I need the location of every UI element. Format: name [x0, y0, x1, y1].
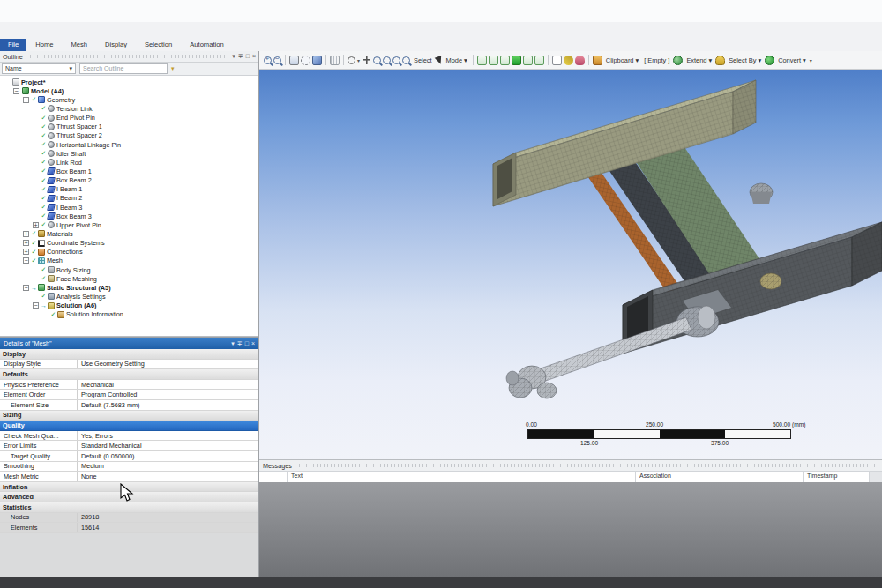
orbit-icon[interactable]: [348, 56, 355, 64]
details-value[interactable]: Default (7.5683 mm): [78, 401, 258, 409]
pan-icon[interactable]: [362, 56, 371, 65]
details-group-statistics[interactable]: Statistics: [0, 502, 258, 513]
details-group-sizing[interactable]: Sizing: [0, 411, 258, 421]
ribbon-tab-display[interactable]: Display: [96, 39, 136, 51]
tree-item-thrust-spacer-2[interactable]: ✓Thrust Spacer 2: [0, 131, 258, 140]
tree-expander-icon[interactable]: −: [33, 302, 39, 309]
tree-expander-icon[interactable]: +: [23, 249, 29, 255]
messages-col-association[interactable]: Association: [636, 472, 804, 482]
tree-item-solution-information[interactable]: ✓Solution Information: [0, 310, 258, 319]
filter-named-icon[interactable]: [534, 56, 544, 65]
details-value[interactable]: Use Geometry Setting: [78, 360, 258, 368]
doc-icon[interactable]: [552, 56, 562, 65]
details-value[interactable]: Medium: [78, 462, 258, 470]
search-options-caret-icon[interactable]: ▾: [171, 65, 175, 72]
tree-item-solution-a6-[interactable]: −→Solution (A6): [0, 301, 258, 310]
tree-item-tension-link[interactable]: ✓Tension Link: [0, 104, 258, 113]
toolbar-overflow-caret-icon[interactable]: ▾: [810, 57, 812, 63]
details-close-icon[interactable]: ×: [251, 339, 255, 348]
tree-expander-icon[interactable]: +: [23, 231, 29, 237]
rotate-cube-icon[interactable]: [312, 56, 322, 65]
tree-item-idler-shaft[interactable]: ✓Idler Shaft: [0, 149, 258, 158]
filter-face-icon[interactable]: [500, 56, 510, 65]
pane-maximize-icon[interactable]: □: [246, 52, 250, 61]
tree-item-connections[interactable]: +✓Connections: [0, 248, 258, 257]
ribbon-tab-file[interactable]: File: [0, 39, 26, 51]
tree-expander-icon[interactable]: −: [23, 257, 29, 264]
tree-item-body-sizing[interactable]: ✓Body Sizing: [0, 265, 258, 274]
wireframe-icon[interactable]: [330, 56, 340, 65]
ribbon-tab-automation[interactable]: Automation: [181, 39, 232, 51]
details-value[interactable]: Default (0.050000): [78, 452, 258, 460]
tree-item-i-beam-1[interactable]: ✓I Beam 1: [0, 185, 258, 194]
cursor-icon[interactable]: [434, 55, 444, 64]
filter-multi-icon[interactable]: [523, 56, 533, 65]
toolbar-mode-button[interactable]: Mode ▾: [446, 56, 467, 64]
tree-item-link-rod[interactable]: ✓Link Rod: [0, 158, 258, 167]
details-maximize-icon[interactable]: □: [245, 339, 249, 348]
filter-edge-icon[interactable]: [489, 56, 498, 65]
details-value[interactable]: Yes, Errors: [78, 432, 258, 440]
details-value[interactable]: Mechanical: [78, 381, 258, 389]
tree-item-analysis-settings[interactable]: ✓Analysis Settings: [0, 292, 258, 301]
toolbar-select-button[interactable]: Select: [414, 56, 432, 64]
details-group-defaults[interactable]: Defaults: [0, 369, 258, 380]
tree-item-box-beam-2[interactable]: ✓Box Beam 2: [0, 176, 258, 185]
tree-item-mesh[interactable]: −✓Mesh: [0, 257, 258, 265]
toolbar-clipboard-button[interactable]: Clipboard ▾: [606, 56, 639, 64]
details-menu-caret-icon[interactable]: ▾: [231, 339, 235, 348]
toolbar-convert-button[interactable]: Convert ▾: [778, 56, 806, 64]
messages-col-text[interactable]: Text: [288, 472, 636, 482]
toolbar--empty--button[interactable]: [ Empty ]: [644, 56, 669, 64]
tree-item-thrust-spacer-1[interactable]: ✓Thrust Spacer 1: [0, 123, 258, 131]
details-value[interactable]: 28918: [78, 513, 258, 521]
tree-expander-icon[interactable]: −: [23, 285, 29, 291]
convert-ball-icon[interactable]: [765, 56, 774, 65]
zoom-in-icon[interactable]: [264, 56, 272, 64]
badge-icon[interactable]: [575, 56, 585, 65]
tree-expander-icon[interactable]: −: [23, 97, 29, 103]
tree-item-i-beam-3[interactable]: ✓I Beam 3: [0, 203, 258, 212]
outline-filter-select[interactable]: Name ▾: [2, 63, 76, 74]
extend-globe-icon[interactable]: [673, 56, 683, 65]
search-outline-input[interactable]: Search Outline: [79, 63, 168, 74]
details-pin-icon[interactable]: ∓: [237, 339, 243, 348]
pane-menu-caret-icon[interactable]: ▾: [232, 52, 235, 61]
tree-expander-icon[interactable]: +: [23, 240, 29, 246]
tree-item-i-beam-2[interactable]: ✓I Beam 2: [0, 194, 258, 203]
toolbar-select-by-button[interactable]: Select By ▾: [729, 56, 761, 64]
toolbar-overflow-caret-icon[interactable]: ▾: [357, 57, 360, 63]
pane-pin-icon[interactable]: ∓: [238, 52, 243, 61]
tree-item-upper-pivot-pin[interactable]: +✓Upper Pivot Pin: [0, 220, 258, 229]
details-value[interactable]: None: [78, 473, 258, 480]
messages-drag-handle[interactable]: [299, 464, 875, 467]
zoom-mag2-icon[interactable]: [383, 56, 391, 64]
tree-item-coordinate-systems[interactable]: +✓Coordinate Systems: [0, 239, 258, 248]
tree-item-end-pivot-pin[interactable]: ✓End Pivot Pin: [0, 114, 258, 123]
details-value[interactable]: Program Controlled: [78, 391, 258, 398]
pane-close-icon[interactable]: ×: [252, 52, 256, 61]
tree-item-geometry[interactable]: −✓Geometry: [0, 95, 258, 104]
person-icon[interactable]: [715, 56, 725, 65]
details-value[interactable]: 15614: [78, 524, 258, 532]
tree-item-box-beam-3[interactable]: ✓Box Beam 3: [0, 212, 258, 220]
details-group-display[interactable]: Display: [0, 349, 258, 360]
pane-drag-handle[interactable]: [30, 55, 227, 58]
tree-item-project-[interactable]: Project*: [0, 78, 258, 86]
graphics-viewport[interactable]: 0.00 250.00 500.00 (mm) 125.00 375.00: [259, 70, 882, 459]
tree-item-horizontal-linkage-pin[interactable]: ✓Horizontal Linkage Pin: [0, 140, 258, 149]
zoom-mag3-icon[interactable]: [392, 56, 400, 64]
details-value[interactable]: Standard Mechanical: [78, 442, 258, 450]
zoom-mag4-icon[interactable]: [402, 56, 410, 64]
filter-vertex-icon[interactable]: [477, 56, 487, 65]
details-group-quality[interactable]: Quality: [0, 421, 258, 431]
ribbon-tab-mesh[interactable]: Mesh: [63, 39, 97, 51]
clipboard-icon[interactable]: [593, 56, 602, 65]
toolbar-extend-button[interactable]: Extend ▾: [686, 56, 712, 64]
tree-item-static-structural-a5-[interactable]: −→Static Structural (A5): [0, 283, 258, 292]
zoom-mag1-icon[interactable]: [373, 56, 381, 64]
zoom-out-icon[interactable]: [273, 56, 281, 64]
select-lasso-icon[interactable]: [301, 56, 310, 65]
ribbon-tab-selection[interactable]: Selection: [136, 39, 181, 51]
filter-body-on-icon[interactable]: [512, 56, 521, 65]
